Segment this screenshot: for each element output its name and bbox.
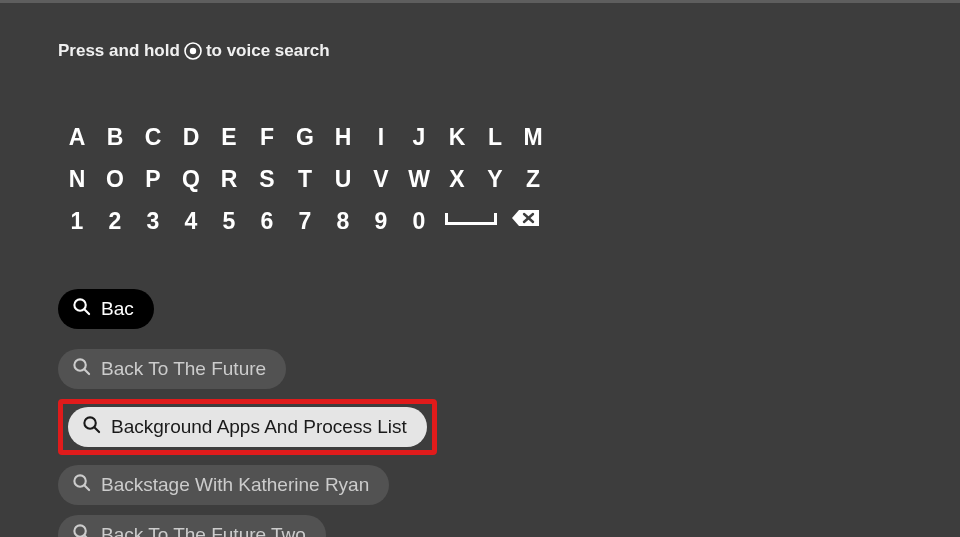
suggestion-item[interactable]: Background Apps And Process List xyxy=(68,407,427,447)
key-j[interactable]: J xyxy=(400,123,438,151)
key-a[interactable]: A xyxy=(58,123,96,151)
key-b[interactable]: B xyxy=(96,123,134,151)
key-h[interactable]: H xyxy=(324,123,362,151)
key-z[interactable]: Z xyxy=(514,165,552,193)
key-backspace[interactable] xyxy=(508,207,544,229)
key-d[interactable]: D xyxy=(172,123,210,151)
key-9[interactable]: 9 xyxy=(362,207,400,235)
search-icon xyxy=(72,523,91,537)
suggestion-label: Background Apps And Process List xyxy=(111,416,407,438)
key-f[interactable]: F xyxy=(248,123,286,151)
key-l[interactable]: L xyxy=(476,123,514,151)
svg-line-11 xyxy=(85,486,90,491)
svg-point-1 xyxy=(190,48,196,54)
key-k[interactable]: K xyxy=(438,123,476,151)
key-g[interactable]: G xyxy=(286,123,324,151)
key-4[interactable]: 4 xyxy=(172,207,210,235)
key-m[interactable]: M xyxy=(514,123,552,151)
key-s[interactable]: S xyxy=(248,165,286,193)
keyboard-row-1: ABCDEFGHIJKLM xyxy=(58,123,902,151)
key-i[interactable]: I xyxy=(362,123,400,151)
suggestion-highlight-box: Background Apps And Process List xyxy=(58,399,437,455)
key-e[interactable]: E xyxy=(210,123,248,151)
svg-line-9 xyxy=(95,428,100,433)
key-t[interactable]: T xyxy=(286,165,324,193)
search-icon xyxy=(72,297,91,321)
key-7[interactable]: 7 xyxy=(286,207,324,235)
search-icon xyxy=(82,415,101,439)
svg-line-7 xyxy=(85,370,90,375)
suggestion-item[interactable]: Back To The Future xyxy=(58,349,286,389)
search-query-pill[interactable]: Bac xyxy=(58,289,154,329)
suggestion-label: Backstage With Katherine Ryan xyxy=(101,474,369,496)
key-x[interactable]: X xyxy=(438,165,476,193)
key-o[interactable]: O xyxy=(96,165,134,193)
key-3[interactable]: 3 xyxy=(134,207,172,235)
key-c[interactable]: C xyxy=(134,123,172,151)
key-2[interactable]: 2 xyxy=(96,207,134,235)
search-query-text: Bac xyxy=(101,298,134,320)
key-w[interactable]: W xyxy=(400,165,438,193)
hint-suffix: to voice search xyxy=(206,41,330,61)
hint-prefix: Press and hold xyxy=(58,41,180,61)
suggestion-label: Back To The Future Two xyxy=(101,524,306,537)
key-n[interactable]: N xyxy=(58,165,96,193)
suggestion-item[interactable]: Backstage With Katherine Ryan xyxy=(58,465,389,505)
key-space[interactable] xyxy=(441,207,501,231)
suggestion-list: Back To The FutureBackground Apps And Pr… xyxy=(58,349,437,537)
key-1[interactable]: 1 xyxy=(58,207,96,235)
key-r[interactable]: R xyxy=(210,165,248,193)
key-u[interactable]: U xyxy=(324,165,362,193)
key-y[interactable]: Y xyxy=(476,165,514,193)
microphone-icon xyxy=(184,42,202,60)
key-8[interactable]: 8 xyxy=(324,207,362,235)
keyboard-row-2: NOPQRSTUVWXYZ xyxy=(58,165,902,193)
search-icon xyxy=(72,357,91,381)
key-0[interactable]: 0 xyxy=(400,207,438,235)
voice-search-hint: Press and hold to voice search xyxy=(58,41,902,61)
key-6[interactable]: 6 xyxy=(248,207,286,235)
key-p[interactable]: P xyxy=(134,165,172,193)
key-5[interactable]: 5 xyxy=(210,207,248,235)
keyboard-row-3: 1234567890 xyxy=(58,207,902,235)
onscreen-keyboard: ABCDEFGHIJKLM NOPQRSTUVWXYZ 1234567890 xyxy=(58,123,902,235)
svg-line-5 xyxy=(85,310,90,315)
search-icon xyxy=(72,473,91,497)
suggestion-label: Back To The Future xyxy=(101,358,266,380)
key-q[interactable]: Q xyxy=(172,165,210,193)
key-v[interactable]: V xyxy=(362,165,400,193)
suggestion-item[interactable]: Back To The Future Two xyxy=(58,515,326,537)
search-suggestions: Bac Back To The FutureBackground Apps An… xyxy=(58,289,902,537)
